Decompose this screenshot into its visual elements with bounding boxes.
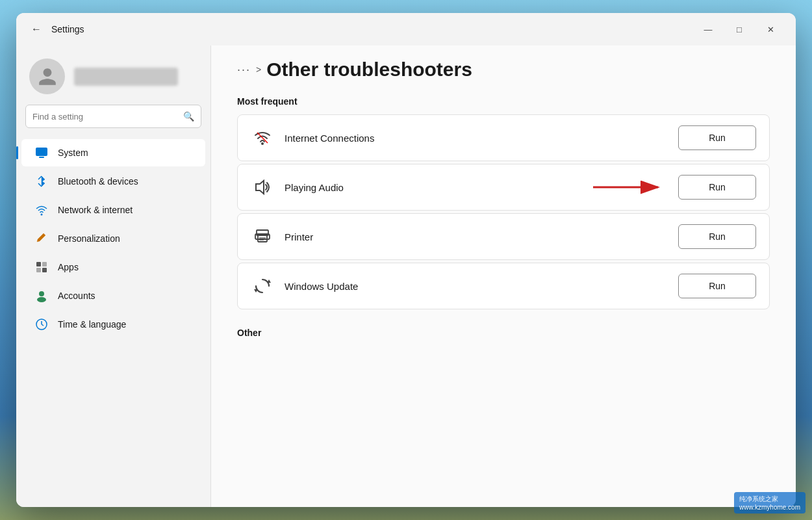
avatar [29,58,65,94]
user-icon [37,66,58,87]
sidebar-item-accounts-label: Accounts [58,291,95,301]
printer-run-button[interactable]: Run [678,224,756,249]
page-title: Other troubleshooters [266,58,472,81]
sidebar-item-bluetooth-label: Bluetooth & devices [58,176,138,187]
svg-rect-5 [36,268,41,272]
sidebar-item-personalization[interactable]: Personalization [21,225,205,252]
printer-name: Printer [285,231,678,242]
close-button[interactable]: ✕ [755,19,785,40]
sidebar-item-time-label: Time & language [58,319,126,330]
minimize-button[interactable]: — [693,19,723,40]
troubleshooter-printer: Printer Run [237,213,770,260]
content-area: 🔍 System [16,46,796,507]
most-frequent-label: Most frequent [237,96,770,107]
sidebar-item-bluetooth[interactable]: Bluetooth & devices [21,168,205,195]
breadcrumb: ··· > Other troubleshooters [237,58,770,81]
user-section [16,46,210,105]
troubleshooter-windows-update: Windows Update Run [237,263,770,309]
sidebar-item-personalization-label: Personalization [58,233,120,244]
watermark: 纯净系统之家www.kzmyhome.com [734,492,806,514]
svg-marker-14 [256,181,264,194]
svg-rect-3 [36,262,41,266]
svg-rect-6 [42,268,47,272]
back-icon: ← [31,23,42,35]
svg-rect-1 [39,157,44,158]
search-box[interactable]: 🔍 [25,105,201,128]
windows-update-run-button[interactable]: Run [678,274,756,298]
svg-point-2 [41,214,43,216]
troubleshooter-audio: Playing Audio Run [237,164,770,211]
maximize-button[interactable]: □ [724,19,754,40]
search-input[interactable] [32,112,183,122]
svg-point-8 [37,297,46,302]
svg-rect-18 [258,235,267,242]
bluetooth-icon [34,174,49,188]
svg-rect-0 [36,148,47,156]
audio-name: Playing Audio [285,182,590,193]
sidebar-item-network-label: Network & internet [58,205,133,215]
svg-point-12 [261,142,264,145]
breadcrumb-chevron: > [256,64,261,75]
accounts-icon [34,289,49,303]
windows-update-name: Windows Update [285,281,678,292]
sidebar-item-accounts[interactable]: Accounts [21,282,205,309]
breadcrumb-dots: ··· [237,63,251,77]
back-button[interactable]: ← [27,20,46,39]
other-label: Other [237,328,770,338]
arrow-annotation [590,179,668,195]
personalization-icon [34,231,49,246]
sidebar-item-network[interactable]: Network & internet [21,196,205,224]
internet-name: Internet Connections [285,133,678,144]
time-icon [34,317,49,332]
svg-point-7 [39,291,44,296]
printer-icon [251,225,274,248]
apps-icon [34,260,49,274]
search-icon: 🔍 [183,111,194,122]
sidebar-item-system[interactable]: System [21,139,205,166]
title-bar: ← Settings — □ ✕ [16,13,796,46]
sidebar-item-system-label: System [58,148,88,158]
sidebar-item-apps[interactable]: Apps [21,254,205,281]
user-name [74,68,178,86]
window-controls: — □ ✕ [693,19,785,40]
internet-run-button[interactable]: Run [678,125,756,150]
troubleshooter-internet: Internet Connections Run [237,114,770,161]
app-title: Settings [51,24,84,34]
network-icon [34,203,49,217]
sidebar: 🔍 System [16,46,211,507]
update-icon [251,274,274,298]
audio-icon [251,176,274,199]
settings-window: ← Settings — □ ✕ 🔍 [16,13,796,507]
main-content: ··· > Other troubleshooters Most frequen… [211,46,796,507]
svg-rect-4 [42,262,47,266]
red-arrow-icon [590,179,668,195]
sidebar-item-apps-label: Apps [58,262,79,272]
internet-icon [251,126,274,150]
svg-line-11 [42,324,44,326]
audio-run-button[interactable]: Run [678,175,756,200]
sidebar-item-time[interactable]: Time & language [21,311,205,338]
system-icon [34,146,49,160]
